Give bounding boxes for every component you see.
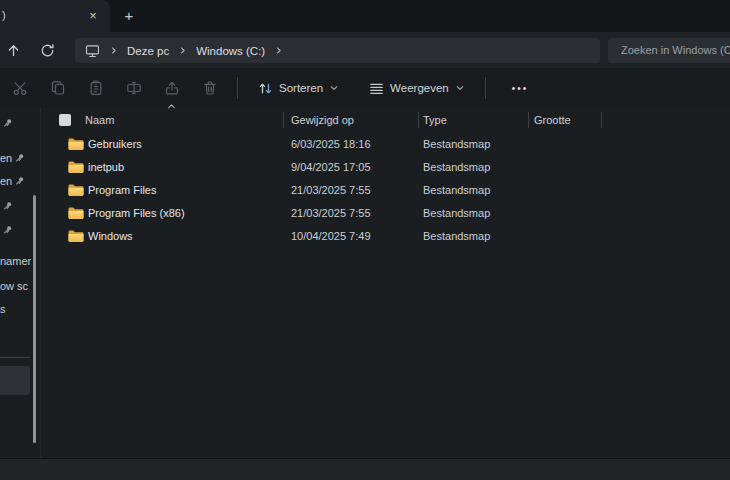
cell-type: Bestandsmap: [423, 225, 490, 248]
up-icon[interactable]: [4, 41, 22, 59]
column-header-naam[interactable]: Naam: [85, 108, 114, 132]
sidebar-item[interactable]: en: [0, 172, 25, 190]
tab-windows-c[interactable]: ) ×: [0, 0, 110, 32]
folder-icon: [68, 184, 84, 197]
breadcrumb-chevron-icon[interactable]: [178, 46, 187, 55]
sidebar-divider: [0, 357, 30, 358]
copy-button[interactable]: [43, 74, 73, 102]
folder-icon: [68, 161, 84, 174]
view-label: Weergeven: [390, 82, 449, 94]
cell-name[interactable]: Gebruikers: [88, 133, 142, 156]
cell-modified: 6/03/2025 18:16: [291, 133, 371, 156]
navigation-pane: enennamerow scs: [0, 108, 40, 458]
file-list: Naam Gewijzigd op Type Grootte Gebruiker…: [41, 108, 730, 458]
share-button[interactable]: [157, 74, 187, 102]
breadcrumb-deze-pc[interactable]: Deze pc: [127, 45, 169, 57]
folder-icon: [68, 138, 84, 151]
sidebar-selected-item[interactable]: [0, 366, 30, 395]
folder-icon: [68, 230, 84, 243]
sidebar-item[interactable]: [0, 114, 13, 132]
cut-button[interactable]: [5, 74, 35, 102]
this-pc-icon: [85, 44, 100, 58]
pin-icon: [15, 153, 25, 163]
sidebar-item-label: s: [0, 303, 6, 315]
cell-type: Bestandsmap: [423, 202, 490, 225]
sidebar-item-label: namer: [0, 255, 31, 267]
sidebar-item[interactable]: [0, 221, 13, 239]
cell-name[interactable]: Windows: [88, 225, 133, 248]
cell-type: Bestandsmap: [423, 156, 490, 179]
view-list-icon: [369, 81, 384, 96]
main-area: enennamerow scs Naam Gewijzigd op Type G…: [0, 108, 730, 458]
table-row[interactable]: inetpub9/04/2025 17:05Bestandsmap: [41, 156, 730, 179]
status-bar: [0, 458, 730, 480]
new-tab-button[interactable]: +: [119, 6, 139, 26]
chevron-down-icon: [455, 83, 465, 93]
address-bar[interactable]: Deze pc Windows (C:): [75, 38, 600, 63]
sidebar-scrollbar[interactable]: [33, 195, 36, 443]
folder-icon: [68, 138, 84, 151]
folder-icon: [68, 207, 84, 220]
chevron-down-icon: [329, 83, 339, 93]
search-input[interactable]: Zoeken in Windows (C:: [608, 38, 730, 63]
sort-arrows-icon: [258, 81, 273, 96]
rename-button[interactable]: [119, 74, 149, 102]
delete-button[interactable]: [195, 74, 225, 102]
pin-icon: [15, 176, 25, 186]
select-all-checkbox[interactable]: [59, 114, 71, 126]
cell-name[interactable]: Program Files: [88, 179, 156, 202]
cell-modified: 21/03/2025 7:55: [291, 202, 371, 225]
sidebar-item[interactable]: ow sc: [0, 277, 28, 295]
sidebar-item[interactable]: en: [0, 149, 25, 167]
column-divider[interactable]: [601, 112, 602, 128]
cell-name[interactable]: inetpub: [88, 156, 124, 179]
table-row[interactable]: Program Files (x86)21/03/2025 7:55Bestan…: [41, 202, 730, 225]
cell-type: Bestandsmap: [423, 179, 490, 202]
cell-modified: 9/04/2025 17:05: [291, 156, 371, 179]
toolbar-divider: [485, 77, 486, 99]
sidebar-item[interactable]: namer: [0, 252, 31, 270]
tab-bar: ) × +: [0, 0, 730, 32]
sidebar-item-label: en: [0, 152, 12, 164]
table-row[interactable]: Windows10/04/2025 7:49Bestandsmap: [41, 225, 730, 248]
cell-modified: 10/04/2025 7:49: [291, 225, 371, 248]
pin-icon: [3, 201, 13, 211]
sort-label: Sorteren: [279, 82, 323, 94]
paste-button[interactable]: [81, 74, 111, 102]
column-header-grootte[interactable]: Grootte: [534, 108, 571, 132]
tab-title: ): [2, 9, 6, 21]
tab-close-icon[interactable]: ×: [84, 7, 102, 25]
folder-icon: [68, 184, 84, 197]
breadcrumb-chevron-icon[interactable]: [109, 46, 118, 55]
column-header-type[interactable]: Type: [423, 108, 447, 132]
folder-icon: [68, 230, 84, 243]
table-row[interactable]: Program Files21/03/2025 7:55Bestandsmap: [41, 179, 730, 202]
toolbar-divider: [237, 77, 238, 99]
cell-modified: 21/03/2025 7:55: [291, 179, 371, 202]
column-header-gewijzigd[interactable]: Gewijzigd op: [291, 108, 354, 132]
breadcrumb-windows-c[interactable]: Windows (C:): [196, 45, 265, 57]
view-button[interactable]: Weergeven: [361, 74, 473, 102]
command-toolbar: Sorteren Weergeven •••: [0, 68, 730, 108]
navigation-bar: Deze pc Windows (C:) Zoeken in Windows (…: [0, 32, 730, 68]
column-headers: Naam Gewijzigd op Type Grootte: [41, 108, 730, 132]
column-divider[interactable]: [528, 112, 529, 128]
column-divider[interactable]: [283, 112, 284, 128]
breadcrumb-chevron-icon[interactable]: [274, 46, 283, 55]
more-options-button[interactable]: •••: [504, 74, 537, 102]
file-rows: Gebruikers6/03/2025 18:16Bestandsmapinet…: [41, 133, 730, 248]
column-divider[interactable]: [418, 112, 419, 128]
sidebar-item-label: en: [0, 175, 12, 187]
sort-button[interactable]: Sorteren: [250, 74, 347, 102]
sort-ascending-icon: [167, 103, 176, 109]
sidebar-item[interactable]: [0, 197, 13, 215]
cell-name[interactable]: Program Files (x86): [88, 202, 185, 225]
sidebar-item[interactable]: s: [0, 300, 6, 318]
pin-icon: [3, 225, 13, 235]
refresh-icon[interactable]: [38, 41, 56, 59]
cell-type: Bestandsmap: [423, 133, 490, 156]
table-row[interactable]: Gebruikers6/03/2025 18:16Bestandsmap: [41, 133, 730, 156]
folder-icon: [68, 207, 84, 220]
folder-icon: [68, 161, 84, 174]
file-explorer-window: ) × + Deze pc Windows (C:): [0, 0, 730, 480]
